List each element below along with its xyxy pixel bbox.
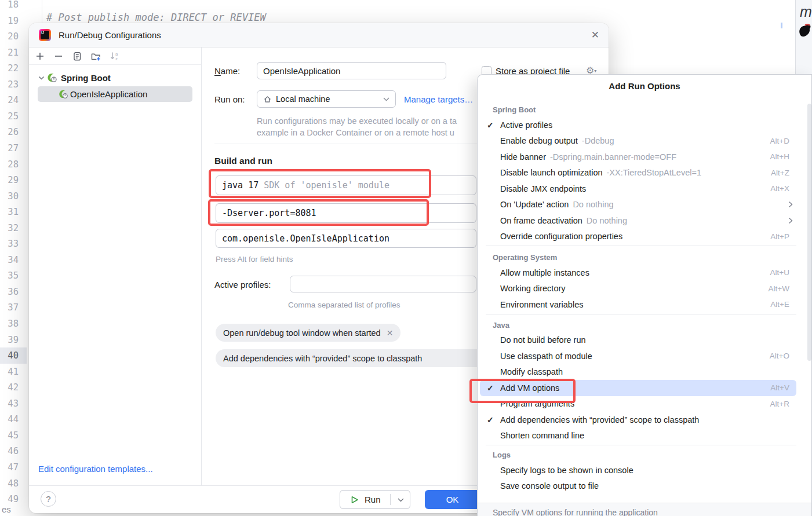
checkmark-icon: ✓	[486, 415, 500, 424]
popup-scrollbar[interactable]	[807, 104, 811, 361]
menu-item-shortcut: Alt+H	[770, 152, 789, 161]
menu-item-shortcut: Alt+D	[770, 137, 789, 145]
right-pane-text: m	[800, 3, 812, 20]
menu-separator	[486, 246, 796, 246]
run-on-select[interactable]: Local machine	[257, 90, 396, 108]
menu-item-environment-variables[interactable]: Environment variablesAlt+E	[480, 297, 796, 313]
menu-item-enable-debug-output[interactable]: Enable debug output-DdebugAlt+D	[480, 133, 796, 149]
menu-item-hint: -Dspring.main.banner-mode=OFF	[550, 152, 676, 162]
menu-item-shortcut: Alt+W	[769, 284, 789, 293]
menu-item-label: Specify logs to be shown in console	[500, 466, 633, 475]
edit-configuration-templates-link[interactable]: Edit configuration templates...	[38, 464, 153, 474]
manage-targets-link[interactable]: Manage targets…	[404, 94, 473, 104]
menu-item-label: Shorten command line	[500, 431, 584, 440]
menu-item-allow-multiple-instances[interactable]: Allow multiple instancesAlt+U	[480, 265, 796, 281]
field-hint: Press Alt for field hints	[216, 255, 293, 264]
popup-menu: Spring Boot✓Active profilesEnable debug …	[478, 96, 811, 494]
menu-item-label: Working directory	[500, 284, 566, 293]
add-icon[interactable]	[34, 50, 46, 62]
line-number: 32	[0, 220, 27, 236]
home-icon	[263, 95, 272, 104]
menu-item-hide-banner[interactable]: Hide banner-Dspring.main.banner-mode=OFF…	[480, 149, 796, 165]
menu-item-add-dependencies-with-provided-scope-to-classpath[interactable]: ✓Add dependencies with “provided” scope …	[480, 412, 796, 428]
help-icon[interactable]: ?	[41, 491, 56, 507]
tree-node-spring-boot[interactable]: Spring Boot	[29, 70, 201, 85]
menu-item-on-frame-deactivation[interactable]: On frame deactivationDo nothing	[480, 213, 796, 229]
menu-item-label: Hide banner	[500, 152, 546, 162]
menu-item-shorten-command-line[interactable]: Shorten command line	[480, 428, 796, 444]
tree-child-label: OpenIsleApplication	[70, 89, 147, 99]
menu-item-program-arguments[interactable]: Program argumentsAlt+R	[480, 396, 796, 412]
menu-item-hint: Do nothing	[573, 200, 613, 209]
screen: 1819202122232425262728293031323334353637…	[0, 0, 812, 516]
run-button[interactable]: Run	[340, 490, 410, 509]
line-number: 24	[0, 92, 27, 108]
menu-item-shortcut: Alt+P	[770, 232, 789, 241]
line-number: 31	[0, 204, 27, 220]
jre-hint: SDK of 'openisle' module	[264, 180, 389, 191]
menu-item-label: Disable JMX endpoints	[500, 184, 586, 193]
jre-value: java 17	[222, 180, 264, 191]
sort-alphabetically-icon[interactable]: az	[108, 50, 120, 62]
menu-item-label: Add dependencies with “provided” scope t…	[500, 415, 699, 424]
dialog-title: Run/Debug Configurations	[59, 30, 161, 40]
menu-item-label: Use classpath of module	[500, 352, 592, 361]
chevron-down-icon[interactable]	[398, 498, 404, 502]
menu-item-label: Environment variables	[500, 300, 583, 309]
active-profiles-input[interactable]	[290, 276, 476, 292]
editor-code-line: # Post publish mode: DIRECT or REVIEW	[46, 12, 266, 23]
tree-node-openisleapplication[interactable]: OpenIsleApplication	[38, 86, 192, 102]
editor-caret	[781, 23, 782, 28]
add-run-options-popup: Add Run Options Spring Boot✓Active profi…	[477, 74, 812, 516]
line-number: 26	[0, 124, 27, 140]
menu-item-shortcut: Alt+U	[770, 268, 789, 277]
line-number: 47	[0, 459, 27, 475]
menu-item-override-configuration-properties[interactable]: Override configuration propertiesAlt+P	[480, 229, 796, 245]
remove-tag-icon[interactable]: ✕	[387, 328, 394, 338]
line-number: 27	[0, 140, 27, 156]
menu-separator	[486, 445, 796, 445]
tag-add-dependencies[interactable]: Add dependencies with “provided” scope t…	[216, 349, 477, 367]
menu-item-disable-jmx-endpoints[interactable]: Disable JMX endpointsAlt+X	[480, 181, 796, 197]
checkmark-icon: ✓	[486, 120, 500, 130]
vm-options-field[interactable]: -Dserver.port=8081	[216, 203, 476, 223]
menu-item-on-update-action[interactable]: On 'Update' actionDo nothing	[480, 197, 796, 213]
main-class-field[interactable]: com.openisle.OpenIsleApplication	[216, 229, 476, 248]
ok-button[interactable]: OK	[425, 490, 480, 509]
menu-item-working-directory[interactable]: Working directoryAlt+W	[480, 281, 796, 297]
menu-item-add-vm-options[interactable]: ✓Add VM optionsAlt+V	[480, 380, 796, 396]
line-number: 48	[0, 475, 27, 492]
menu-item-active-profiles[interactable]: ✓Active profiles	[480, 117, 796, 133]
line-number: 36	[0, 284, 27, 300]
editor-clipped-text: es	[2, 504, 11, 514]
dialog-header: IJ Run/Debug Configurations ✕	[29, 23, 609, 47]
line-number: 23	[0, 76, 27, 93]
name-value: OpenIsleApplication	[263, 66, 340, 76]
menu-item-modify-classpath[interactable]: Modify classpath	[480, 364, 796, 380]
editor-gutter: 1819202122232425262728293031323334353637…	[0, 0, 27, 516]
bird-icon	[798, 22, 812, 39]
menu-item-save-console-output-to-file[interactable]: Save console output to file	[480, 478, 796, 495]
split-divider	[390, 494, 391, 505]
menu-section-header-operating-system: Operating System	[478, 247, 811, 265]
checkmark-icon: ✓	[486, 383, 500, 393]
remove-icon[interactable]	[53, 50, 64, 62]
new-folder-icon[interactable]	[90, 50, 101, 62]
main-class-value: com.openisle.OpenIsleApplication	[222, 233, 389, 244]
menu-item-use-classpath-of-module[interactable]: Use classpath of moduleAlt+O	[480, 348, 796, 364]
line-number: 39	[0, 332, 27, 348]
intellij-logo-icon: IJ	[39, 29, 51, 41]
menu-item-shortcut: Alt+E	[770, 300, 789, 309]
menu-item-specify-logs-to-be-shown-in-console[interactable]: Specify logs to be shown in console	[480, 462, 796, 478]
ok-button-label: OK	[446, 495, 459, 504]
line-number: 19	[0, 13, 27, 29]
run-on-value: Local machine	[276, 94, 330, 104]
close-icon[interactable]: ✕	[591, 29, 599, 41]
tag-open-run-tool-window[interactable]: Open run/debug tool window when started …	[216, 324, 400, 342]
jre-field[interactable]: java 17 SDK of 'openisle' module	[216, 175, 476, 195]
copy-icon[interactable]	[71, 50, 83, 62]
menu-item-disable-launch-optimization[interactable]: Disable launch optimization-XX:TieredSto…	[480, 165, 796, 181]
tree-toolbar: az	[29, 47, 201, 65]
name-input[interactable]: OpenIsleApplication	[257, 62, 446, 79]
menu-item-do-not-build-before-run[interactable]: Do not build before run	[480, 332, 796, 349]
